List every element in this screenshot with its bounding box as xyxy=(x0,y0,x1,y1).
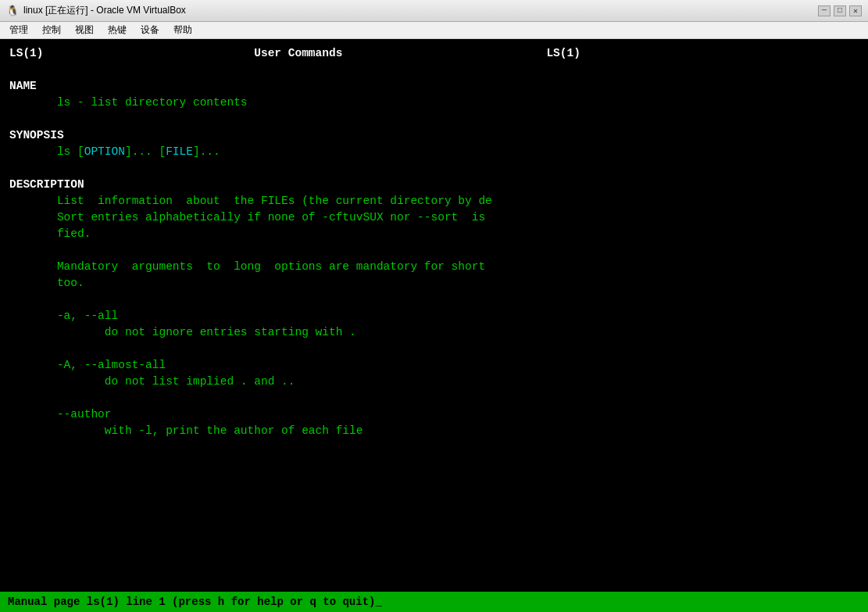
app-icon: 🐧 xyxy=(6,5,19,17)
minimize-button[interactable]: ─ xyxy=(818,5,830,16)
title-bar: 🐧 linux [正在运行] - Oracle VM VirtualBox ─ … xyxy=(0,0,868,22)
restore-button[interactable]: □ xyxy=(834,5,846,16)
status-text: Manual page ls(1) line 1 (press h for he… xyxy=(8,596,382,608)
terminal-screen: LS(1) User Commands LS(1) NAME ls - list… xyxy=(0,39,868,592)
window-title: linux [正在运行] - Oracle VM VirtualBox xyxy=(23,4,862,17)
menu-bangzhu[interactable]: 帮助 xyxy=(167,22,198,38)
menu-rejian[interactable]: 热键 xyxy=(102,22,133,38)
window-controls[interactable]: ─ □ ✕ xyxy=(818,5,862,16)
menu-kongzhi[interactable]: 控制 xyxy=(36,22,67,38)
terminal-content: LS(1) User Commands LS(1) NAME ls - list… xyxy=(9,45,859,439)
menu-shebei[interactable]: 设备 xyxy=(134,22,166,38)
status-bar: Manual page ls(1) line 1 (press h for he… xyxy=(0,592,868,612)
close-button[interactable]: ✕ xyxy=(849,5,862,16)
menu-bar: 管理 控制 视图 热键 设备 帮助 xyxy=(0,22,868,39)
menu-guanli[interactable]: 管理 xyxy=(3,22,34,38)
menu-shitu[interactable]: 视图 xyxy=(69,22,100,38)
